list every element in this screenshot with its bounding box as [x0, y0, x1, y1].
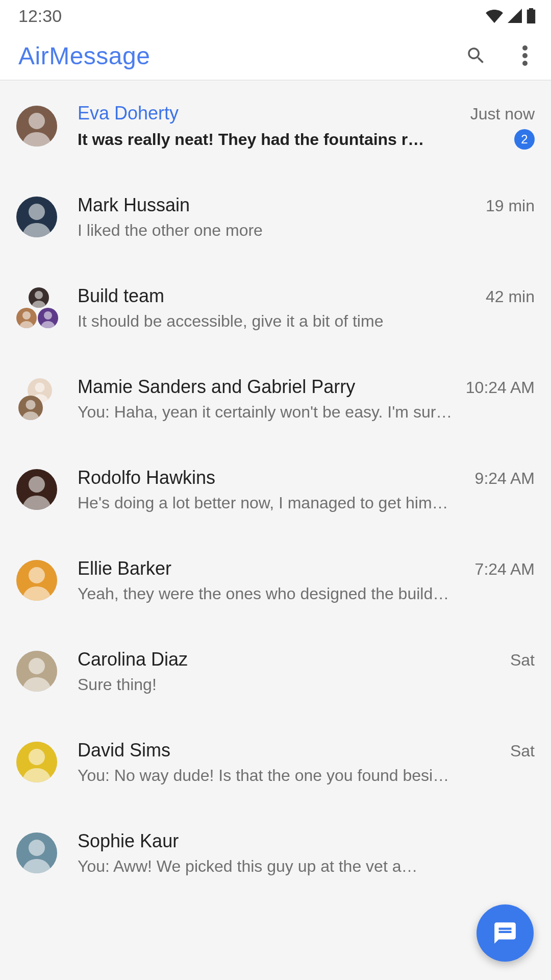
- conversation-row[interactable]: Mark Hussain19 minI liked the other one …: [0, 172, 551, 262]
- chat-icon: [492, 920, 518, 946]
- conversation-content: David SimsSatYou: No way dude! Is that t…: [78, 740, 535, 785]
- svg-point-24: [29, 749, 45, 765]
- conversation-row[interactable]: Mamie Sanders and Gabriel Parry10:24 AMY…: [0, 353, 551, 444]
- conversation-name: Build team: [78, 285, 164, 307]
- conversation-timestamp: Sat: [510, 742, 535, 761]
- conversation-preview: He's doing a lot better now, I managed t…: [78, 494, 535, 512]
- avatar: [16, 378, 57, 419]
- conversation-name: Sophie Kaur: [78, 830, 179, 852]
- cellular-icon: [507, 9, 522, 23]
- status-bar: 12:30: [0, 0, 551, 32]
- conversation-content: Carolina DiazSatSure thing!: [78, 649, 535, 694]
- conversation-name: Ellie Barker: [78, 558, 171, 579]
- conversation-name: Mamie Sanders and Gabriel Parry: [78, 376, 355, 398]
- conversation-preview: I liked the other one more: [78, 221, 535, 240]
- conversation-timestamp: 42 min: [486, 287, 535, 306]
- conversation-timestamp: 9:24 AM: [475, 469, 535, 488]
- app-title: AirMessage: [18, 42, 150, 70]
- conversation-timestamp: 19 min: [486, 197, 535, 215]
- new-message-fab[interactable]: [477, 904, 534, 962]
- conversation-row[interactable]: Rodolfo Hawkins9:24 AMHe's doing a lot b…: [0, 444, 551, 535]
- conversation-content: Ellie Barker7:24 AMYeah, they were the o…: [78, 558, 535, 603]
- svg-point-6: [29, 204, 45, 220]
- conversation-content: Sophie KaurYou: Aww! We picked this guy …: [78, 830, 535, 876]
- avatar: [16, 287, 57, 328]
- wifi-icon: [486, 9, 503, 23]
- svg-point-20: [29, 567, 45, 583]
- conversation-preview: Sure thing!: [78, 675, 535, 694]
- conversation-row[interactable]: Sophie KaurYou: Aww! We picked this guy …: [0, 807, 551, 898]
- conversation-row[interactable]: Eva DohertyJust nowIt was really neat! T…: [0, 81, 551, 172]
- conversation-content: Mamie Sanders and Gabriel Parry10:24 AMY…: [78, 376, 535, 422]
- avatar: [16, 832, 57, 873]
- svg-point-18: [29, 476, 45, 493]
- svg-point-1: [522, 53, 528, 58]
- conversation-list[interactable]: Eva DohertyJust nowIt was really neat! T…: [0, 81, 551, 980]
- conversation-content: Rodolfo Hawkins9:24 AMHe's doing a lot b…: [78, 467, 535, 512]
- conversation-row[interactable]: David SimsSatYou: No way dude! Is that t…: [0, 717, 551, 807]
- svg-point-22: [29, 658, 45, 674]
- battery-icon: [527, 8, 536, 23]
- avatar: [16, 651, 57, 692]
- avatar: [16, 560, 57, 601]
- conversation-content: Eva DohertyJust nowIt was really neat! T…: [78, 103, 535, 150]
- avatar: [16, 742, 57, 782]
- conversation-timestamp: Just now: [470, 105, 535, 124]
- conversation-timestamp: 7:24 AM: [475, 560, 535, 579]
- search-button[interactable]: [461, 41, 491, 70]
- svg-point-8: [35, 291, 43, 299]
- svg-point-14: [35, 382, 44, 392]
- conversation-name: Mark Hussain: [78, 194, 190, 216]
- conversation-preview: It was really neat! They had the fountai…: [78, 130, 507, 149]
- svg-point-4: [29, 113, 45, 129]
- avatar: [16, 106, 57, 146]
- conversation-preview: You: No way dude! Is that the one you fo…: [78, 766, 535, 785]
- unread-badge: 2: [514, 129, 535, 150]
- svg-point-12: [44, 311, 52, 320]
- conversation-name: Carolina Diaz: [78, 649, 188, 670]
- svg-point-10: [22, 311, 31, 320]
- svg-point-2: [522, 61, 528, 66]
- svg-point-16: [26, 400, 35, 409]
- avatar: [16, 197, 57, 237]
- conversation-row[interactable]: Carolina DiazSatSure thing!: [0, 626, 551, 717]
- status-time: 12:30: [18, 6, 62, 26]
- status-icons: [486, 8, 536, 23]
- more-options-button[interactable]: [518, 41, 532, 70]
- conversation-timestamp: 10:24 AM: [466, 378, 535, 397]
- conversation-preview: It should be accessible, give it a bit o…: [78, 312, 535, 331]
- conversation-preview: You: Aww! We picked this guy up at the v…: [78, 857, 535, 876]
- conversation-content: Build team42 minIt should be accessible,…: [78, 285, 535, 331]
- conversation-row[interactable]: Ellie Barker7:24 AMYeah, they were the o…: [0, 535, 551, 626]
- conversation-name: David Sims: [78, 740, 170, 761]
- conversation-preview: Yeah, they were the ones who designed th…: [78, 584, 535, 603]
- conversation-name: Rodolfo Hawkins: [78, 467, 215, 488]
- conversation-name: Eva Doherty: [78, 103, 179, 124]
- search-icon: [465, 45, 487, 66]
- svg-point-26: [29, 840, 45, 856]
- conversation-timestamp: Sat: [510, 651, 535, 670]
- avatar: [16, 469, 57, 510]
- svg-point-0: [522, 45, 528, 51]
- app-bar-actions: [461, 41, 539, 70]
- conversation-preview: You: Haha, yean it certainly won't be ea…: [78, 403, 535, 422]
- more-vert-icon: [522, 45, 528, 66]
- app-bar: AirMessage: [0, 32, 551, 81]
- conversation-content: Mark Hussain19 minI liked the other one …: [78, 194, 535, 240]
- conversation-row[interactable]: Build team42 minIt should be accessible,…: [0, 262, 551, 353]
